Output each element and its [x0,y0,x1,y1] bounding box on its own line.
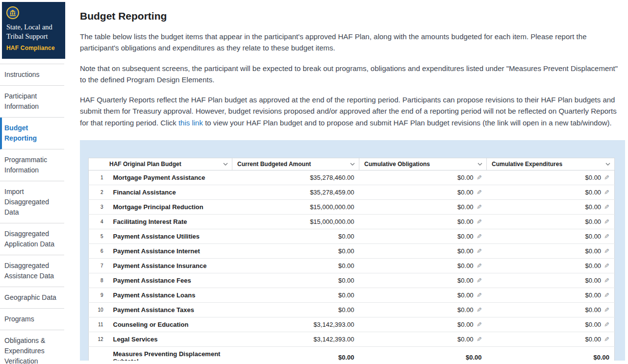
chevron-down-icon[interactable] [605,163,610,166]
table-row: 7Payment Assistance Insurance$0.00$0.00✎… [89,258,615,273]
amount-cell: $0.00✎ [487,258,615,273]
amount-value: $0.00 [585,174,602,181]
budget-item-name: Mortgage Payment Assistance [108,170,232,185]
amount-cell: $0.00✎ [359,170,487,185]
row-number: 9 [89,288,108,302]
row-number: 7 [89,258,108,273]
table-row: 9Payment Assistance Loans$0.00$0.00✎$0.0… [89,288,615,302]
edit-expenditures-icon[interactable]: ✎ [604,189,609,196]
table-row: 5Payment Assistance Utilities$0.00$0.00✎… [89,229,615,243]
row-number: 1 [89,170,108,185]
table-row: 12Legal Services$3,142,393.00$0.00✎$0.00… [89,332,615,346]
chevron-down-icon[interactable] [477,163,482,166]
amount-cell: $0.00✎ [487,199,615,214]
amount-cell: $0.00✎ [359,199,487,214]
sidebar-item-obligations-expenditures-verification[interactable]: Obligations & Expenditures Verification [0,330,64,364]
amount-value: $0.00 [338,277,354,284]
row-number: 13 [89,346,108,361]
edit-obligations-icon[interactable]: ✎ [477,174,482,181]
amount-cell: $0.00 [359,346,487,361]
edit-expenditures-icon[interactable]: ✎ [604,306,609,314]
amount-value: $0.00 [457,277,474,284]
amount-value: $0.00 [466,354,482,361]
amount-value: $0.00 [457,291,474,299]
sidebar-item-budget-reporting[interactable]: Budget Reporting [0,118,64,149]
edit-obligations-icon[interactable]: ✎ [477,321,482,328]
treasury-seal-icon [6,6,19,19]
edit-expenditures-icon[interactable]: ✎ [604,247,609,255]
edit-expenditures-icon[interactable]: ✎ [604,218,609,225]
sidebar-item-instructions[interactable]: Instructions [0,64,64,86]
edit-obligations-icon[interactable]: ✎ [477,189,482,196]
sidebar-item-programmatic-information[interactable]: Programmatic Information [0,149,64,181]
edit-obligations-icon[interactable]: ✎ [477,203,482,211]
sidebar-item-import-disaggregated-data[interactable]: Import Disaggregated Data [0,181,64,223]
budget-item-name: Facilitating Interest Rate [108,214,232,229]
quarterly-paragraph: HAF Quarterly Reports reflect the HAF Pl… [80,94,625,128]
sidebar-item-programs[interactable]: Programs [0,309,64,330]
sidebar-item-geographic-data[interactable]: Geographic Data [0,287,64,309]
note-paragraph: Note that on subsequent screens, the par… [80,63,625,86]
edit-expenditures-icon[interactable]: ✎ [604,262,609,269]
budget-item-name: Payment Assistance Internet [108,243,232,258]
edit-obligations-icon[interactable]: ✎ [477,233,482,240]
edit-expenditures-icon[interactable]: ✎ [604,174,609,181]
column-header-cumulative-obligations[interactable]: Cumulative Obligations [359,158,487,170]
amount-value: $0.00 [457,247,474,255]
amount-value: $0.00 [585,291,602,299]
amount-cell: $0.00✎ [359,332,487,346]
column-header-cumulative-expenditures[interactable]: Cumulative Expenditures [487,158,615,170]
chevron-down-icon[interactable] [350,163,355,166]
table-row: 8Payment Assistance Fees$0.00$0.00✎$0.00… [89,273,615,288]
edit-expenditures-icon[interactable]: ✎ [604,321,609,328]
amount-value: $0.00 [457,174,474,181]
edit-expenditures-icon[interactable]: ✎ [604,336,609,343]
haf-plan-budget-link[interactable]: this link [178,119,203,127]
budget-item-name: Mortgage Principal Reduction [108,199,232,214]
amount-value: $0.00 [585,218,602,225]
sidebar-item-disaggregated-assistance-data[interactable]: Disaggregated Assistance Data [0,255,64,287]
edit-obligations-icon[interactable]: ✎ [477,336,482,343]
amount-value: $0.00 [457,218,474,225]
edit-expenditures-icon[interactable]: ✎ [604,277,609,284]
table-header-row: HAF Original Plan Budget Current Budgete… [89,158,615,170]
amount-cell: $0.00✎ [359,317,487,332]
budget-table: HAF Original Plan Budget Current Budgete… [88,158,615,361]
amount-cell: $0.00 [232,229,359,243]
edit-obligations-icon[interactable]: ✎ [477,291,482,299]
amount-value: $0.00 [585,247,602,255]
amount-cell: $0.00✎ [487,185,615,199]
sidebar-item-participant-information[interactable]: Participant Information [0,86,64,118]
edit-obligations-icon[interactable]: ✎ [477,262,482,269]
amount-cell: $0.00✎ [487,288,615,302]
table-row: 10Payment Assistance Taxes$0.00$0.00✎$0.… [89,302,615,317]
column-header-budgeted-amount[interactable]: Current Budgeted Amount [232,158,359,170]
edit-obligations-icon[interactable]: ✎ [477,218,482,225]
edit-expenditures-icon[interactable]: ✎ [604,233,609,240]
budget-table-panel: HAF Original Plan Budget Current Budgete… [80,140,625,361]
sidebar: State, Local and Tribal Support HAF Comp… [0,0,65,364]
amount-value: $0.00 [338,247,354,255]
amount-cell: $0.00✎ [487,170,615,185]
amount-cell: $35,278,459.00 [232,185,359,199]
row-number: 3 [89,199,108,214]
amount-value: $35,278,460.00 [310,174,354,181]
edit-obligations-icon[interactable]: ✎ [477,306,482,314]
sidebar-item-disaggregated-application-data[interactable]: Disaggregated Application Data [0,223,64,255]
chevron-down-icon[interactable] [223,163,228,166]
row-number: 8 [89,273,108,288]
intro-paragraph: The table below lists the budget items t… [80,31,625,54]
edit-obligations-icon[interactable]: ✎ [477,247,482,255]
edit-obligations-icon[interactable]: ✎ [477,277,482,284]
amount-cell: $15,000,000.00 [232,199,359,214]
amount-value: $0.00 [585,233,602,240]
row-number: 11 [89,317,108,332]
edit-expenditures-icon[interactable]: ✎ [604,203,609,211]
edit-expenditures-icon[interactable]: ✎ [604,291,609,299]
amount-value: $0.00 [585,336,602,343]
column-header-plan-budget[interactable]: HAF Original Plan Budget [89,158,232,170]
amount-value: $0.00 [585,262,602,269]
amount-cell: $0.00 [232,258,359,273]
amount-cell: $0.00✎ [359,214,487,229]
subtotal-row: 13Measures Preventing Displacement Subto… [89,346,615,361]
